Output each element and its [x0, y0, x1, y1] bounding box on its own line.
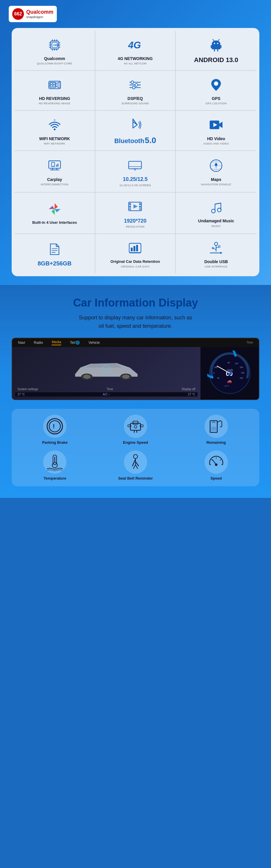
features-grid: CPU Qualcomm QUALCOMM EIGHT-CORE 4G 4G N…: [14, 31, 257, 273]
section-desc: Support to display many car information,…: [6, 313, 265, 331]
feature-storage: 8GB+256GB: [14, 234, 95, 273]
svg-rect-25: [217, 49, 218, 51]
music-icon: [208, 198, 225, 216]
cardata-subtitle: ORIGINAL CAR DATA: [121, 265, 149, 268]
feature-bluetooth: Bluetooth 5.0: [95, 111, 176, 151]
svg-line-88: [216, 247, 219, 248]
features-card: CPU Qualcomm QUALCOMM EIGHT-CORE 4G 4G N…: [12, 28, 259, 276]
hd-title: HD REVERSING: [39, 96, 70, 101]
screen-subtitle: 10.25/12.5 HD SCREEN: [119, 184, 151, 187]
parking-brake-icon: !: [44, 416, 65, 436]
svg-rect-24: [214, 49, 215, 51]
car-info-section: Car Information Display Support to displ…: [0, 285, 271, 498]
engine-speed-icon: [125, 416, 146, 436]
remaining-icon-circle: [205, 414, 228, 438]
svg-point-38: [131, 81, 134, 83]
ui-icon: [46, 200, 63, 218]
svg-rect-72: [140, 206, 141, 208]
wifi-icon: [46, 116, 63, 134]
nav-vehicle: Vehicle: [89, 341, 100, 345]
footer-display: Display off: [182, 388, 195, 391]
svg-marker-45: [219, 122, 222, 128]
carplay-subtitle: INTERCONNECTION: [41, 183, 68, 186]
car-display: ℹ: [15, 351, 198, 386]
usb-subtitle: USB INTERFACE: [205, 265, 228, 268]
music-subtitle: MUSIC: [212, 225, 221, 227]
svg-rect-73: [140, 209, 141, 210]
badge-text: Qualcomm snapdragon: [26, 9, 53, 19]
film-icon: [126, 198, 144, 215]
feature-ui: Built-in 4 User Interfaces: [14, 193, 95, 234]
android-icon: [208, 36, 225, 54]
nav-time: Time: [246, 341, 253, 344]
screen-title: 10.25/12.5: [123, 176, 147, 183]
svg-line-142: [220, 460, 221, 460]
gps-title: GPS: [212, 96, 220, 101]
svg-rect-71: [140, 204, 141, 205]
parking-brake-icon-circle: !: [43, 414, 66, 438]
hdvideo-title: HD Video: [207, 136, 225, 141]
svg-rect-50: [56, 165, 57, 167]
badge-brand: Qualcomm: [26, 9, 53, 16]
svg-rect-68: [130, 204, 131, 205]
engine-speed-label: Engine Speed: [123, 440, 148, 445]
carplay-icon: [46, 157, 63, 175]
cpu-icon: CPU: [46, 36, 63, 54]
camera-icon: [46, 76, 63, 94]
nav-media: Media: [52, 340, 61, 345]
sdcard-icon: [46, 240, 63, 258]
dashboard-right: 80 120 160 200 240 40 0 280 km/h 00 🚗 –4…: [201, 347, 259, 400]
maps-subtitle: NAVIGATION DONGLE: [201, 183, 231, 186]
feature-carplay: Carplay INTERCONNECTION: [14, 151, 95, 192]
svg-text:120: 120: [235, 363, 238, 365]
hero-section: 662 Qualcomm snapdragon: [0, 0, 271, 285]
wifi-title: WIFI NETWORK: [39, 136, 70, 141]
feature-resolution: 1920*720 Resolution: [95, 193, 176, 234]
seatbelt-icon-circle: [124, 451, 147, 474]
svg-marker-64: [49, 206, 55, 209]
svg-point-116: [49, 421, 61, 432]
feature-qualcomm: CPU Qualcomm QUALCOMM EIGHT-CORE: [14, 31, 95, 71]
temperature-icon: [44, 452, 65, 472]
storage-title: 8GB+256GB: [38, 260, 71, 267]
svg-point-95: [83, 375, 91, 379]
svg-rect-126: [211, 427, 216, 431]
svg-marker-34: [56, 82, 60, 88]
svg-rect-82: [131, 248, 132, 251]
screen-icon: [126, 156, 144, 174]
temperature-label: Temperature: [43, 476, 66, 480]
dashboard-left: ℹ System settings Time Display off 27 °C…: [12, 347, 201, 400]
svg-rect-31: [53, 85, 55, 87]
svg-point-124: [134, 425, 137, 428]
svg-point-86: [214, 242, 218, 245]
svg-point-19: [217, 43, 218, 44]
svg-point-40: [132, 86, 135, 89]
ui-title: Built-in 4 User Interfaces: [32, 220, 77, 225]
svg-point-43: [54, 120, 56, 121]
gps-subtitle: GPS LOCATION: [205, 102, 227, 105]
svg-point-39: [135, 84, 138, 86]
hd-subtitle: HD REVERSING IMAGE: [39, 102, 70, 105]
svg-rect-69: [130, 206, 131, 208]
svg-rect-70: [130, 209, 131, 210]
svg-text:0: 0: [213, 372, 214, 374]
eq-icon: [126, 76, 144, 94]
qualcomm-subtitle: QUALCOMM EIGHT-CORE: [37, 62, 72, 65]
svg-line-135: [133, 465, 136, 468]
feature-4g: 4G 4G NETWORKING 4G ALL NETCOM: [95, 31, 176, 71]
svg-rect-84: [137, 245, 138, 251]
parking-brake-label: Parking Brake: [42, 440, 68, 445]
svg-point-42: [54, 128, 55, 130]
4g-icon: 4G: [126, 36, 144, 54]
svg-line-20: [213, 39, 214, 41]
bluetooth-icon: [126, 116, 144, 133]
svg-line-127: [217, 421, 220, 422]
feature-hd-reversing: HD REVERSING HD REVERSING IMAGE: [14, 71, 95, 111]
speed-label: Speed: [210, 476, 222, 480]
svg-rect-23: [220, 45, 221, 48]
temp-right: 27 °C: [188, 393, 195, 396]
svg-text:240: 240: [240, 377, 243, 379]
svg-line-138: [212, 460, 216, 465]
svg-text:🚗: 🚗: [227, 378, 232, 383]
footer-time: Time: [107, 388, 113, 391]
